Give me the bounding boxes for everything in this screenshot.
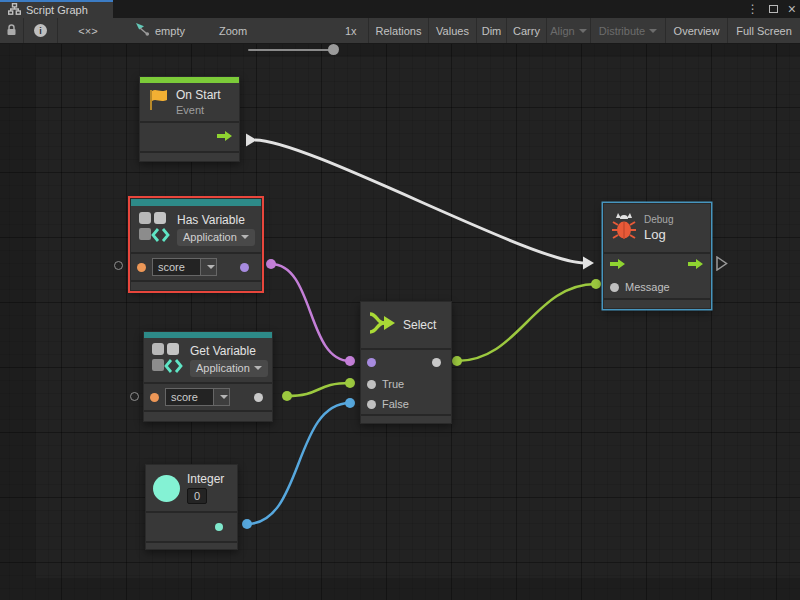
graph-hierarchy-icon — [8, 3, 21, 17]
scope-label: Application — [196, 362, 250, 374]
node-title: Log — [644, 227, 673, 242]
true-input-port[interactable] — [367, 380, 376, 389]
node-footer — [140, 151, 239, 161]
maximize-icon[interactable] — [769, 5, 778, 13]
zoom-value: 1x — [345, 18, 357, 43]
zoom-slider-handle[interactable] — [328, 44, 339, 55]
true-port-label: True — [382, 378, 404, 390]
values-button[interactable]: Values — [428, 18, 476, 43]
node-footer — [604, 298, 710, 308]
close-icon[interactable]: × — [788, 2, 796, 16]
node-category: Debug — [644, 214, 673, 225]
distribute-dropdown: Distribute — [590, 18, 665, 43]
name-input-port[interactable] — [137, 263, 146, 272]
node-footer — [144, 410, 272, 421]
relations-label: Relations — [376, 25, 422, 37]
chevron-down-icon — [649, 29, 657, 33]
chevron-down-icon — [220, 395, 228, 399]
node-footer — [146, 541, 237, 549]
variable-color-bar — [131, 199, 261, 206]
trigger-output-port[interactable] — [217, 128, 233, 146]
message-port-label: Message — [625, 281, 670, 293]
variable-name-select[interactable]: score — [152, 258, 217, 276]
dim-button[interactable]: Dim — [476, 18, 506, 43]
relations-button[interactable]: Relations — [368, 18, 428, 43]
message-input-port[interactable] — [610, 283, 619, 292]
selection-output-port[interactable] — [432, 358, 441, 367]
graph-pointer-icon — [135, 23, 150, 38]
variable-name-value: score — [153, 259, 200, 275]
node-title: Has Variable — [177, 213, 255, 227]
full-screen-button[interactable]: Full Screen — [727, 18, 800, 43]
canvas-bottom-margin — [36, 578, 800, 600]
node-title: Integer — [187, 472, 224, 486]
distribute-label: Distribute — [599, 25, 645, 37]
lock-button[interactable] — [0, 18, 23, 43]
false-port-label: False — [382, 398, 409, 410]
trigger-input-port[interactable] — [610, 256, 626, 274]
node-debug-log[interactable]: Debug Log Message — [603, 203, 711, 309]
node-subtitle: Event — [176, 104, 221, 116]
node-title: Select — [403, 318, 436, 332]
node-integer[interactable]: Integer 0 — [145, 464, 238, 550]
node-title: Get Variable — [190, 344, 268, 358]
code-brackets-icon: <×> — [78, 25, 97, 37]
zoom-slider-track[interactable] — [248, 49, 338, 51]
unconnected-trigger-indicator — [716, 256, 728, 275]
node-on-start[interactable]: On Start Event — [139, 76, 240, 162]
carry-button[interactable]: Carry — [506, 18, 546, 43]
carry-label: Carry — [513, 25, 540, 37]
chevron-down-icon — [241, 235, 249, 239]
window-menu-icon[interactable]: ⋮ — [747, 3, 759, 15]
selection-info: empty — [135, 18, 185, 43]
unconnected-input-indicator — [114, 261, 123, 270]
tab-title: Script Graph — [26, 4, 88, 16]
unconnected-input-indicator — [130, 392, 139, 401]
canvas-left-margin — [0, 44, 36, 600]
lock-icon — [6, 23, 17, 38]
code-view-button[interactable]: <×> — [57, 18, 118, 43]
variable-name-dropdown-button[interactable] — [213, 389, 229, 405]
window-controls: ⋮ × — [747, 0, 796, 18]
bug-icon — [611, 212, 637, 244]
canvas-top-margin — [36, 44, 800, 57]
variable-scope-dropdown[interactable]: Application — [190, 360, 268, 377]
selector-input-port[interactable] — [367, 358, 376, 367]
info-icon: i — [34, 24, 47, 37]
variable-name-select[interactable]: score — [165, 388, 230, 406]
chevron-down-icon — [207, 265, 215, 269]
variable-scope-dropdown[interactable]: Application — [177, 229, 255, 246]
values-label: Values — [436, 25, 469, 37]
chevron-down-icon — [579, 29, 587, 33]
false-input-port[interactable] — [367, 400, 376, 409]
align-label: Align — [550, 25, 574, 37]
full-screen-label: Full Screen — [736, 25, 792, 37]
overview-button[interactable]: Overview — [665, 18, 727, 43]
script-graph-window: On Start Event — [0, 0, 800, 600]
flag-icon — [147, 88, 169, 116]
inspect-button[interactable]: i — [23, 18, 57, 43]
scope-label: Application — [183, 231, 237, 243]
name-input-port[interactable] — [150, 393, 159, 402]
node-get-variable[interactable]: Get Variable Application score — [143, 331, 273, 422]
overview-label: Overview — [674, 25, 720, 37]
variable-name-value: score — [166, 389, 213, 405]
graph-toolbar: i <×> empty Zoom 1x Relations Values Dim… — [0, 18, 800, 44]
dim-label: Dim — [482, 25, 502, 37]
value-output-port[interactable] — [254, 393, 263, 402]
node-has-variable[interactable]: Has Variable Application score — [130, 198, 262, 291]
variable-name-dropdown-button[interactable] — [200, 259, 216, 275]
zoom-label: Zoom — [219, 18, 247, 43]
node-select[interactable]: Select True False — [360, 301, 452, 424]
integer-output-port[interactable] — [215, 523, 223, 531]
chevron-down-icon — [254, 366, 262, 370]
integer-value-field[interactable]: 0 — [187, 488, 207, 504]
variables-icon — [151, 341, 183, 379]
variables-icon — [138, 210, 170, 248]
node-footer — [131, 280, 261, 290]
node-footer — [361, 414, 451, 423]
align-dropdown: Align — [546, 18, 590, 43]
trigger-output-port[interactable] — [688, 256, 704, 274]
tab-script-graph[interactable]: Script Graph — [0, 0, 113, 18]
bool-output-port[interactable] — [240, 263, 249, 272]
